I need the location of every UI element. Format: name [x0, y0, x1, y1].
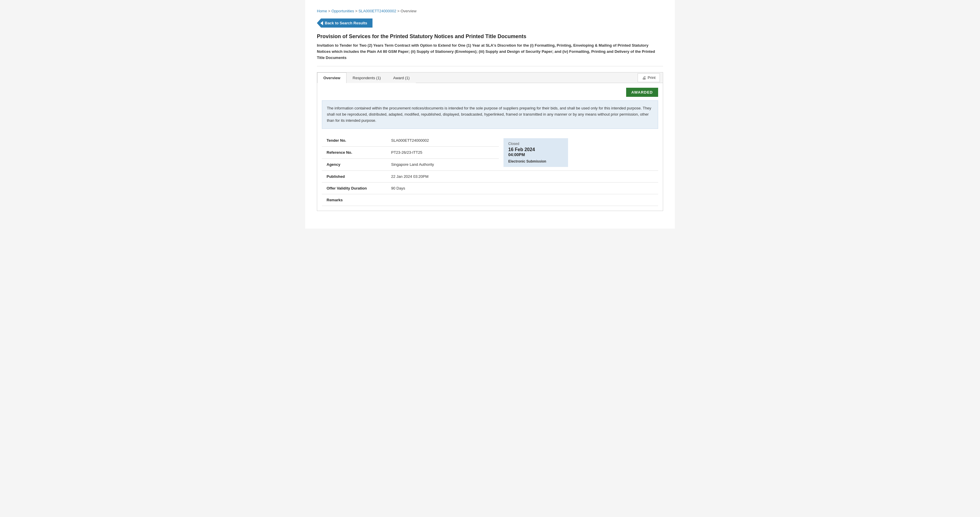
field-value-published: 22 Jan 2024 03:20PM — [387, 170, 499, 182]
field-label-tender-no: Tender No. — [322, 135, 387, 146]
table-row: Published 22 Jan 2024 03:20PM — [322, 170, 658, 182]
field-value-reference-no: PT23-26/23-ITT25 — [387, 146, 499, 158]
awarded-badge: AWARDED — [626, 88, 658, 97]
empty-cell-published — [499, 170, 658, 182]
print-button[interactable]: 🖨 Print — [638, 73, 660, 82]
submission-type: Electronic Submission — [508, 159, 563, 164]
breadcrumb-opportunities[interactable]: Opportunities — [332, 9, 354, 13]
info-notice: The information contained within the pro… — [322, 100, 658, 129]
breadcrumb-home[interactable]: Home — [317, 9, 327, 13]
tab-award[interactable]: Award (1) — [387, 73, 416, 83]
field-label-offer-validity: Offer Validity Duration — [322, 182, 387, 194]
field-label-agency: Agency — [322, 158, 387, 170]
field-value-agency: Singapore Land Authority — [387, 158, 499, 170]
field-value-remarks — [387, 194, 499, 206]
empty-cell-offer — [499, 182, 658, 194]
print-label: Print — [648, 75, 655, 80]
title-block: Provision of Services for the Printed St… — [317, 33, 663, 66]
closed-time: 04:00PM — [508, 152, 563, 157]
details-table: Tender No. SLA000ETT24000002 Closed 16 F… — [322, 135, 658, 206]
field-value-tender-no: SLA000ETT24000002 — [387, 135, 499, 146]
tabs-header: Overview Respondents (1) Award (1) 🖨 Pri… — [317, 73, 663, 83]
empty-cell-remarks — [499, 194, 658, 206]
tabs-container: Overview Respondents (1) Award (1) 🖨 Pri… — [317, 72, 663, 211]
field-label-reference-no: Reference No. — [322, 146, 387, 158]
print-icon: 🖨 — [642, 75, 646, 80]
tab-overview-content: AWARDED The information contained within… — [317, 83, 663, 210]
closed-box: Closed 16 Feb 2024 04:00PM Electronic Su… — [503, 138, 568, 167]
field-value-offer-validity: 90 Days — [387, 182, 499, 194]
tab-overview[interactable]: Overview — [317, 73, 347, 83]
table-row: Offer Validity Duration 90 Days — [322, 182, 658, 194]
breadcrumb-current: Overview — [401, 9, 416, 13]
closed-box-cell: Closed 16 Feb 2024 04:00PM Electronic Su… — [499, 135, 658, 171]
table-row: Tender No. SLA000ETT24000002 Closed 16 F… — [322, 135, 658, 146]
breadcrumb: Home > Opportunities > SLA000ETT24000002… — [317, 9, 663, 13]
field-label-published: Published — [322, 170, 387, 182]
field-label-remarks: Remarks — [322, 194, 387, 206]
table-row: Remarks — [322, 194, 658, 206]
breadcrumb-tender-id[interactable]: SLA000ETT24000002 — [358, 9, 396, 13]
page-description: Invitation to Tender for Two (2) Years T… — [317, 43, 663, 61]
page-title: Provision of Services for the Printed St… — [317, 33, 663, 40]
awarded-badge-row: AWARDED — [322, 88, 658, 97]
closed-date: 16 Feb 2024 — [508, 147, 563, 152]
closed-label: Closed — [508, 142, 563, 146]
tab-respondents[interactable]: Respondents (1) — [347, 73, 387, 83]
back-to-search-button[interactable]: Back to Search Results — [317, 19, 372, 28]
